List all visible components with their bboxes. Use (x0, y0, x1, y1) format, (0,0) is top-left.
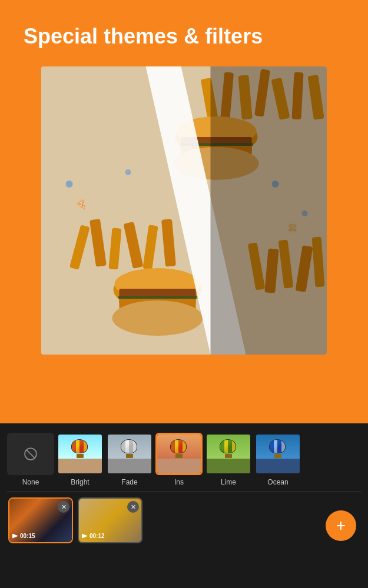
filter-none-label: None (22, 478, 39, 486)
svg-point-15 (66, 181, 73, 188)
filter-ocean-label: Ocean (267, 478, 288, 486)
clip1-remove-button[interactable]: ✕ (58, 501, 69, 513)
filter-bright-label: Bright (71, 478, 89, 486)
filter-strip: None Brig (0, 423, 368, 491)
filter-thumb-none (7, 433, 54, 475)
filter-thumb-bright (57, 433, 104, 475)
add-icon: + (336, 517, 346, 534)
video-icon-2 (82, 534, 88, 539)
filter-ins[interactable]: Ins (155, 433, 203, 486)
food-illustration: 🍕 🍔 (41, 66, 327, 355)
filter-bright[interactable]: Bright (57, 433, 104, 486)
clip1-remove-icon: ✕ (61, 504, 67, 510)
timeline-clip-1[interactable]: ✕ 00:15 (8, 497, 73, 543)
page-title: Special themes & filters (24, 24, 344, 49)
toolbar-area: None Brig (0, 423, 368, 588)
filter-ocean[interactable]: Ocean (254, 433, 301, 486)
timeline-strip: ✕ 00:15 ✕ 00:12 + (0, 492, 368, 549)
svg-rect-28 (118, 296, 197, 299)
filter-thumb-ocean (254, 433, 301, 475)
clip1-duration: 00:15 (12, 533, 35, 539)
no-filter-icon (20, 443, 41, 465)
food-photo: 🍕 🍔 (41, 66, 327, 355)
header: Special themes & filters (0, 0, 368, 61)
filter-fade-label: Fade (121, 478, 137, 486)
clip2-duration-label: 00:12 (89, 533, 105, 539)
timeline-clip-2[interactable]: ✕ 00:12 (78, 497, 142, 543)
filter-thumb-lime (205, 433, 252, 475)
filter-lime[interactable]: Lime (205, 433, 252, 486)
clip2-remove-icon: ✕ (131, 504, 136, 510)
svg-point-30 (112, 300, 203, 336)
filter-ins-label: Ins (174, 478, 184, 486)
svg-text:🍕: 🍕 (75, 199, 87, 210)
video-icon (12, 534, 18, 539)
add-clip-button[interactable]: + (326, 510, 356, 541)
filter-thumb-fade (106, 433, 153, 475)
clip1-duration-label: 00:15 (20, 533, 35, 539)
filter-none[interactable]: None (7, 433, 54, 486)
svg-point-16 (125, 169, 131, 175)
filter-lime-label: Lime (221, 478, 236, 486)
clip2-remove-button[interactable]: ✕ (127, 501, 139, 513)
filter-thumb-ins (155, 433, 203, 475)
main-preview-image: 🍕 🍔 (41, 66, 327, 355)
svg-rect-39 (211, 66, 327, 355)
svg-line-41 (26, 450, 35, 458)
filter-fade[interactable]: Fade (106, 433, 153, 486)
clip2-duration: 00:12 (82, 533, 105, 539)
